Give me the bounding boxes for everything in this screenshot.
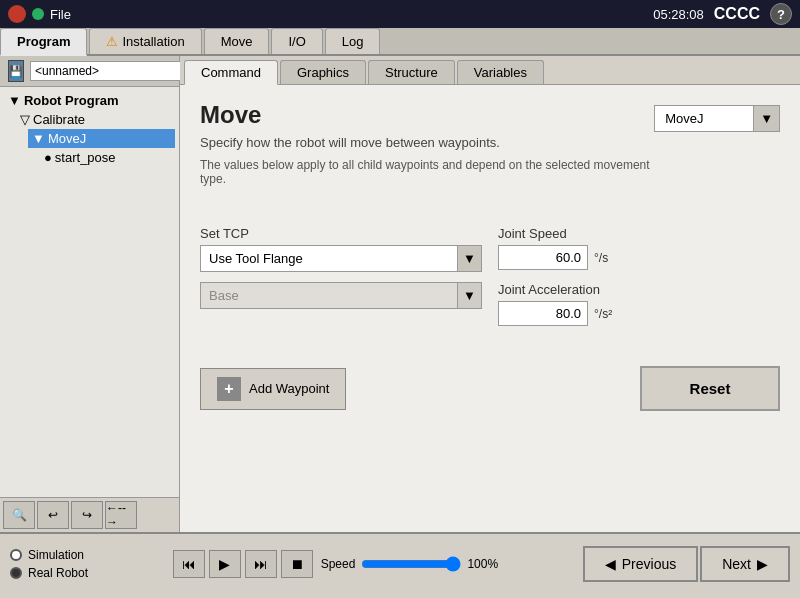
joint-speed-unit: °/s [594,251,608,265]
settings-right: Joint Speed °/s Joint Acceleration °/s² [498,226,780,326]
speed-value: 100% [467,557,498,571]
panel-header: 💾 [0,56,179,87]
speed-slider[interactable] [361,556,461,572]
playback-section: ⏮ ▶ ⏭ ⏹ Speed 100% [173,550,498,578]
tree-arrow: ▼ [32,131,45,146]
move-type-dropdown-btn[interactable]: ▼ [754,105,780,132]
plus-icon: + [217,377,241,401]
save-icon[interactable]: 💾 [8,60,24,82]
fast-forward-button[interactable]: ⏭ [245,550,277,578]
help-button[interactable]: ? [770,3,792,25]
next-label: Next [722,556,751,572]
tree-item-robot-program[interactable]: ▼ Robot Program [4,91,175,110]
tab-structure[interactable]: Structure [368,60,455,84]
warning-icon: ⚠ [106,34,118,49]
tree-arrow: ▽ [20,112,30,127]
rewind-button[interactable]: ⏮ [173,550,205,578]
tree-label: MoveJ [48,131,86,146]
app-title: File [50,7,71,22]
tree-icon: ● [44,150,52,165]
frame-select-value: Base [201,283,457,308]
tree-item-start-pose[interactable]: ● start_pose [40,148,175,167]
content-area: Move Specify how the robot will move bet… [180,85,800,532]
tcp-select-value: Use Tool Flange [201,246,457,271]
next-button[interactable]: Next ▶ [700,546,790,582]
tab-variables[interactable]: Variables [457,60,544,84]
main-tabs: Program ⚠Installation Move I/O Log [0,28,800,56]
move-type-display: MoveJ [654,105,754,132]
frame-select[interactable]: Base ▼ [200,282,482,309]
prev-label: Previous [622,556,676,572]
joint-speed-group: Joint Speed °/s [498,226,780,270]
tree-item-movej[interactable]: ▼ MoveJ [28,129,175,148]
tab-graphics[interactable]: Graphics [280,60,366,84]
frame-dropdown-btn[interactable]: ▼ [457,283,481,308]
move-description: Specify how the robot will move between … [200,135,654,150]
program-tree: ▼ Robot Program ▽ Calibrate ▼ MoveJ ● st… [0,87,179,497]
time-display: 05:28:08 [653,7,704,22]
joint-acceleration-row: °/s² [498,301,780,326]
joint-acceleration-group: Joint Acceleration °/s² [498,282,780,326]
next-arrow-icon: ▶ [757,556,768,572]
move-note: The values below apply to all child wayp… [200,158,654,186]
tab-command[interactable]: Command [184,60,278,85]
add-waypoint-label: Add Waypoint [249,381,329,396]
simulation-selection: Simulation Real Robot [10,548,88,580]
tree-label: start_pose [55,150,116,165]
settings-grid: Set TCP Use Tool Flange ▼ Base ▼ [200,226,780,326]
set-tcp-group: Set TCP Use Tool Flange ▼ [200,226,482,272]
tab-move[interactable]: Move [204,28,270,54]
tcp-select[interactable]: Use Tool Flange ▼ [200,245,482,272]
speed-slider-row: Speed 100% [321,556,498,572]
simulation-radio-row[interactable]: Simulation [10,548,88,562]
joint-speed-row: °/s [498,245,780,270]
stop-button[interactable]: ⏹ [281,550,313,578]
body-layout: 💾 ▼ Robot Program ▽ Calibrate ▼ MoveJ ● … [0,56,800,532]
action-row: + Add Waypoint Reset [200,366,780,411]
undo-button[interactable]: ↩ [37,501,69,529]
status-dot [32,8,44,20]
frame-group: Base ▼ [200,282,482,309]
joint-speed-label: Joint Speed [498,226,780,241]
search-button[interactable]: 🔍 [3,501,35,529]
tab-installation[interactable]: ⚠Installation [89,28,201,54]
simulation-radio[interactable] [10,549,22,561]
move-button[interactable]: ←--→ [105,501,137,529]
title-bar: File 05:28:08 CCCC ? [0,0,800,28]
joint-acceleration-label: Joint Acceleration [498,282,780,297]
real-robot-label: Real Robot [28,566,88,580]
tree-label: Calibrate [33,112,85,127]
previous-button[interactable]: ◀ Previous [583,546,698,582]
page-title: Move [200,101,654,129]
nav-buttons: ◀ Previous Next ▶ [583,546,790,582]
prev-arrow-icon: ◀ [605,556,616,572]
connection-status: CCCC [714,5,760,23]
reset-button[interactable]: Reset [640,366,780,411]
speed-label: Speed [321,557,356,571]
program-name-input[interactable] [30,61,190,81]
add-waypoint-button[interactable]: + Add Waypoint [200,368,346,410]
real-robot-radio-row[interactable]: Real Robot [10,566,88,580]
tab-program[interactable]: Program [0,28,87,56]
left-panel: 💾 ▼ Robot Program ▽ Calibrate ▼ MoveJ ● … [0,56,180,532]
left-toolbar: 🔍 ↩ ↪ ←--→ [0,497,179,532]
tcp-dropdown-btn[interactable]: ▼ [457,246,481,271]
redo-button[interactable]: ↪ [71,501,103,529]
joint-acceleration-unit: °/s² [594,307,612,321]
tree-arrow: ▼ [8,93,21,108]
tree-item-calibrate[interactable]: ▽ Calibrate [16,110,175,129]
joint-acceleration-input[interactable] [498,301,588,326]
tree-label: Robot Program [24,93,119,108]
tab-io[interactable]: I/O [271,28,322,54]
play-button[interactable]: ▶ [209,550,241,578]
simulation-label: Simulation [28,548,84,562]
app-icon [8,5,26,23]
right-panel: Command Graphics Structure Variables Mov… [180,56,800,532]
playback-controls: ⏮ ▶ ⏭ ⏹ [173,550,313,578]
joint-speed-input[interactable] [498,245,588,270]
real-robot-radio[interactable] [10,567,22,579]
tab-log[interactable]: Log [325,28,381,54]
bottom-bar: Simulation Real Robot ⏮ ▶ ⏭ ⏹ Speed 100%… [0,532,800,594]
settings-left: Set TCP Use Tool Flange ▼ Base ▼ [200,226,482,326]
set-tcp-label: Set TCP [200,226,482,241]
